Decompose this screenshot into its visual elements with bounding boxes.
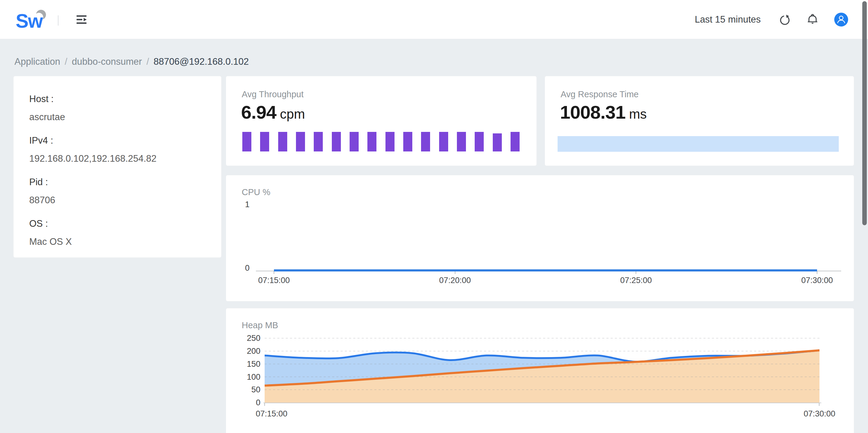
breadcrumb-item-2: 88706@192.168.0.102	[154, 56, 249, 67]
throughput-sparkline	[242, 132, 520, 152]
spark-bar	[475, 132, 484, 152]
avg-response-time-card: Avg Response Time 1008.31 ms	[545, 76, 854, 166]
x-tick-label: 07:30:00	[801, 276, 833, 285]
cpu-y-axis-labels: 01	[226, 175, 250, 301]
spark-bar	[403, 132, 412, 152]
refresh-icon	[779, 13, 791, 26]
instance-info-card: Host :ascrutaeIPv4 :192.168.0.102,192.16…	[13, 76, 221, 258]
notifications-button[interactable]	[807, 13, 818, 26]
info-field-value: 88706	[29, 195, 209, 206]
info-field-label: OS :	[29, 218, 209, 229]
heap-area-chart	[265, 326, 819, 403]
y-tick-label: 100	[226, 372, 260, 382]
x-tick-label: 07:30:00	[804, 409, 835, 419]
y-tick-label: 50	[226, 385, 260, 395]
breadcrumb-item-1[interactable]: dubbo-consumer	[72, 56, 142, 67]
axis-tick	[264, 403, 265, 406]
menu-unfold-icon	[76, 15, 88, 24]
spark-bar	[558, 136, 839, 152]
y-tick-label: 200	[226, 346, 260, 356]
avg-response-time-title: Avg Response Time	[561, 90, 639, 99]
info-field-label: Host :	[29, 94, 209, 104]
breadcrumb-item-0[interactable]: Application	[14, 56, 60, 67]
heap-y-axis-labels: 050100150200250	[226, 308, 260, 433]
page: Sw Last 15 minutes	[0, 0, 868, 433]
refresh-button[interactable]	[779, 13, 791, 26]
spark-bar	[510, 132, 520, 152]
spark-bar	[421, 132, 430, 152]
spark-bar	[332, 132, 341, 152]
cpu-line-chart	[274, 214, 817, 272]
avg-throughput-value: 6.94	[241, 101, 276, 123]
header-divider	[58, 15, 59, 26]
spark-bar	[296, 132, 305, 152]
spark-bar	[493, 133, 502, 152]
logo-text: Sw	[16, 10, 43, 32]
y-tick-label: 150	[226, 359, 260, 369]
info-field-value: ascrutae	[29, 112, 209, 123]
spark-bar	[278, 132, 287, 152]
axis-tick	[819, 403, 819, 406]
info-field: Host :ascrutae	[29, 94, 209, 123]
axis-tick	[274, 271, 274, 274]
avg-throughput-unit: cpm	[280, 107, 305, 122]
heap-x-axis-line	[264, 403, 821, 403]
spark-bar	[242, 132, 251, 152]
spark-bar	[457, 132, 466, 152]
cpu-chart-plot[interactable]	[274, 214, 817, 272]
heap-x-axis-tick-labels: 07:15:0007:30:00	[272, 409, 819, 420]
time-range-selector[interactable]: Last 15 minutes	[695, 14, 761, 25]
top-header: Sw Last 15 minutes	[0, 0, 868, 39]
info-field: IPv4 :192.168.0.102,192.168.254.82	[29, 135, 209, 164]
axis-tick	[817, 271, 817, 274]
axis-tick	[455, 271, 456, 274]
axis-tick	[636, 271, 636, 274]
avg-throughput-card: Avg Throughput 6.94 cpm	[226, 76, 537, 166]
y-tick-label: 1	[226, 200, 250, 209]
cpu-chart-card: CPU % 01 07:15:0007:20:0007:25:0007:30:0…	[226, 175, 854, 301]
breadcrumb-separator: /	[65, 56, 67, 67]
spark-bar	[439, 132, 448, 152]
sidebar-toggle-button[interactable]	[76, 15, 88, 24]
y-tick-label: 0	[226, 263, 250, 273]
spark-bar	[260, 132, 269, 152]
skywalking-logo[interactable]: Sw	[16, 7, 55, 33]
cpu-x-axis-tick-labels: 07:15:0007:20:0007:25:0007:30:00	[274, 276, 817, 286]
x-tick-label: 07:15:00	[258, 276, 290, 285]
spark-bar	[350, 132, 359, 152]
avg-throughput-value-row: 6.94 cpm	[241, 101, 305, 123]
avg-response-time-value: 1008.31	[560, 101, 625, 123]
avg-response-time-value-row: 1008.31 ms	[560, 101, 647, 123]
info-field-label: IPv4 :	[29, 135, 209, 146]
x-tick-label: 07:20:00	[439, 276, 471, 285]
info-field-value: Mac OS X	[29, 236, 209, 247]
vertical-scrollbar-thumb[interactable]	[862, 1, 867, 225]
spark-bar	[385, 132, 395, 152]
heap-chart-plot[interactable]	[265, 326, 819, 403]
info-field-label: Pid :	[29, 177, 209, 188]
heap-chart-card: Heap MB 050100150200250 07:15:0007:30:00	[226, 308, 854, 433]
user-avatar[interactable]	[834, 13, 848, 27]
x-tick-label: 07:25:00	[620, 276, 652, 285]
response-time-sparkline	[558, 136, 839, 152]
breadcrumb: Application/dubbo-consumer/88706@192.168…	[14, 56, 249, 67]
spark-bar	[314, 132, 323, 152]
info-field-value: 192.168.0.102,192.168.254.82	[29, 153, 209, 164]
spark-bar	[367, 132, 376, 152]
y-tick-label: 0	[226, 398, 260, 407]
y-tick-label: 250	[226, 333, 260, 343]
breadcrumb-separator: /	[147, 56, 149, 67]
avg-response-time-unit: ms	[629, 107, 647, 122]
avg-throughput-title: Avg Throughput	[242, 90, 304, 99]
info-field: Pid :88706	[29, 177, 209, 206]
x-tick-label: 07:15:00	[255, 409, 287, 419]
bell-icon	[807, 13, 818, 26]
info-field: OS :Mac OS X	[29, 218, 209, 247]
